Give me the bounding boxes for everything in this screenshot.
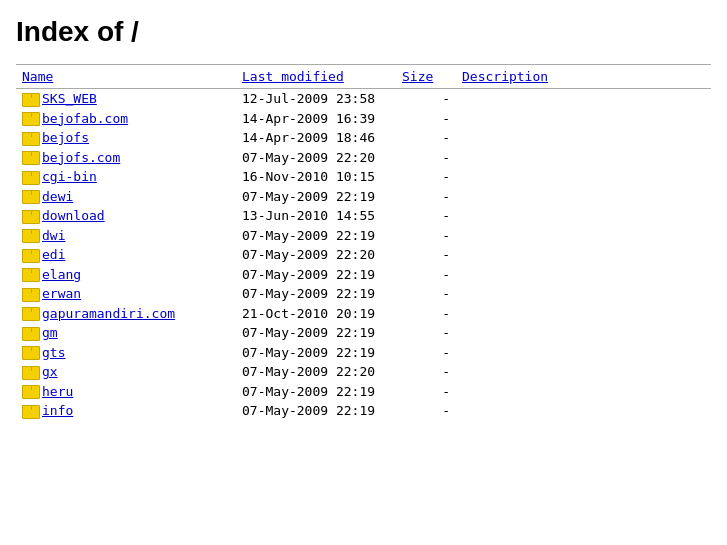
entry-size-cell: -: [396, 226, 456, 246]
entry-size-cell: -: [396, 245, 456, 265]
entry-name-cell: bejofab.com: [16, 109, 236, 129]
entry-name-cell: info: [16, 401, 236, 421]
entry-link[interactable]: erwan: [42, 286, 81, 301]
entry-size-cell: -: [396, 109, 456, 129]
entry-name-cell: dewi: [16, 187, 236, 207]
table-row: gts07-May-2009 22:19-: [16, 343, 711, 363]
entry-description-cell: [456, 167, 711, 187]
col-header-size[interactable]: Size: [396, 65, 456, 89]
entry-link[interactable]: elang: [42, 267, 81, 282]
entry-description-cell: [456, 382, 711, 402]
entry-modified-cell: 07-May-2009 22:19: [236, 284, 396, 304]
entry-link[interactable]: bejofab.com: [42, 111, 128, 126]
sort-by-size-link[interactable]: Size: [402, 69, 433, 84]
entry-description-cell: [456, 401, 711, 421]
entry-link[interactable]: gx: [42, 364, 58, 379]
table-row: bejofs14-Apr-2009 18:46-: [16, 128, 711, 148]
entry-modified-cell: 13-Jun-2010 14:55: [236, 206, 396, 226]
entry-name-cell: cgi-bin: [16, 167, 236, 187]
table-row: heru07-May-2009 22:19-: [16, 382, 711, 402]
sort-by-modified-link[interactable]: Last modified: [242, 69, 344, 84]
entry-link[interactable]: edi: [42, 247, 65, 262]
col-header-modified[interactable]: Last modified: [236, 65, 396, 89]
entry-modified-cell: 07-May-2009 22:19: [236, 343, 396, 363]
entry-name-cell: SKS_WEB: [16, 89, 236, 109]
entry-description-cell: [456, 284, 711, 304]
entry-name-cell: bejofs: [16, 128, 236, 148]
table-row: edi07-May-2009 22:20-: [16, 245, 711, 265]
folder-icon: [22, 171, 38, 185]
entry-link[interactable]: dwi: [42, 228, 65, 243]
table-row: gapuramandiri.com21-Oct-2010 20:19-: [16, 304, 711, 324]
entry-link[interactable]: bejofs: [42, 130, 89, 145]
entry-link[interactable]: bejofs.com: [42, 150, 120, 165]
entry-size-cell: -: [396, 265, 456, 285]
entry-link[interactable]: download: [42, 208, 105, 223]
entry-size-cell: -: [396, 343, 456, 363]
col-header-name[interactable]: Name: [16, 65, 236, 89]
entry-link[interactable]: cgi-bin: [42, 169, 97, 184]
entry-description-cell: [456, 343, 711, 363]
entry-modified-cell: 07-May-2009 22:19: [236, 226, 396, 246]
entry-size-cell: -: [396, 401, 456, 421]
entry-name-cell: heru: [16, 382, 236, 402]
entry-size-cell: -: [396, 187, 456, 207]
folder-icon: [22, 327, 38, 341]
entry-modified-cell: 07-May-2009 22:19: [236, 265, 396, 285]
entry-description-cell: [456, 89, 711, 109]
entry-name-cell: gm: [16, 323, 236, 343]
entry-link[interactable]: dewi: [42, 189, 73, 204]
entry-modified-cell: 07-May-2009 22:20: [236, 148, 396, 168]
table-row: cgi-bin16-Nov-2010 10:15-: [16, 167, 711, 187]
entry-description-cell: [456, 226, 711, 246]
entry-name-cell: download: [16, 206, 236, 226]
entry-link[interactable]: heru: [42, 384, 73, 399]
entry-name-cell: bejofs.com: [16, 148, 236, 168]
sort-by-desc-link[interactable]: Description: [462, 69, 548, 84]
entry-link[interactable]: SKS_WEB: [42, 91, 97, 106]
entry-link[interactable]: info: [42, 403, 73, 418]
table-row: erwan07-May-2009 22:19-: [16, 284, 711, 304]
table-row: SKS_WEB12-Jul-2009 23:58-: [16, 89, 711, 109]
folder-icon: [22, 249, 38, 263]
entry-size-cell: -: [396, 323, 456, 343]
table-row: gx07-May-2009 22:20-: [16, 362, 711, 382]
folder-icon: [22, 405, 38, 419]
col-header-description[interactable]: Description: [456, 65, 711, 89]
entry-description-cell: [456, 265, 711, 285]
table-row: info07-May-2009 22:19-: [16, 401, 711, 421]
entry-size-cell: -: [396, 206, 456, 226]
entry-description-cell: [456, 109, 711, 129]
folder-icon: [22, 112, 38, 126]
entry-modified-cell: 07-May-2009 22:19: [236, 187, 396, 207]
entry-modified-cell: 14-Apr-2009 18:46: [236, 128, 396, 148]
folder-icon: [22, 366, 38, 380]
entry-size-cell: -: [396, 89, 456, 109]
folder-icon: [22, 288, 38, 302]
entry-modified-cell: 07-May-2009 22:20: [236, 362, 396, 382]
folder-icon: [22, 190, 38, 204]
entry-link[interactable]: gapuramandiri.com: [42, 306, 175, 321]
entry-link[interactable]: gm: [42, 325, 58, 340]
entry-modified-cell: 14-Apr-2009 16:39: [236, 109, 396, 129]
entry-name-cell: edi: [16, 245, 236, 265]
entry-size-cell: -: [396, 167, 456, 187]
table-row: dewi07-May-2009 22:19-: [16, 187, 711, 207]
entry-description-cell: [456, 362, 711, 382]
entry-name-cell: elang: [16, 265, 236, 285]
entry-modified-cell: 07-May-2009 22:19: [236, 382, 396, 402]
table-header-row: Name Last modified Size Description: [16, 65, 711, 89]
entry-name-cell: erwan: [16, 284, 236, 304]
entry-link[interactable]: gts: [42, 345, 65, 360]
entry-name-cell: dwi: [16, 226, 236, 246]
table-row: bejofab.com14-Apr-2009 16:39-: [16, 109, 711, 129]
directory-table: Name Last modified Size Description SKS_…: [16, 64, 711, 421]
entry-name-cell: gts: [16, 343, 236, 363]
sort-by-name-link[interactable]: Name: [22, 69, 53, 84]
entry-size-cell: -: [396, 362, 456, 382]
folder-icon: [22, 210, 38, 224]
folder-icon: [22, 307, 38, 321]
entry-description-cell: [456, 245, 711, 265]
folder-icon: [22, 268, 38, 282]
folder-icon: [22, 93, 38, 107]
